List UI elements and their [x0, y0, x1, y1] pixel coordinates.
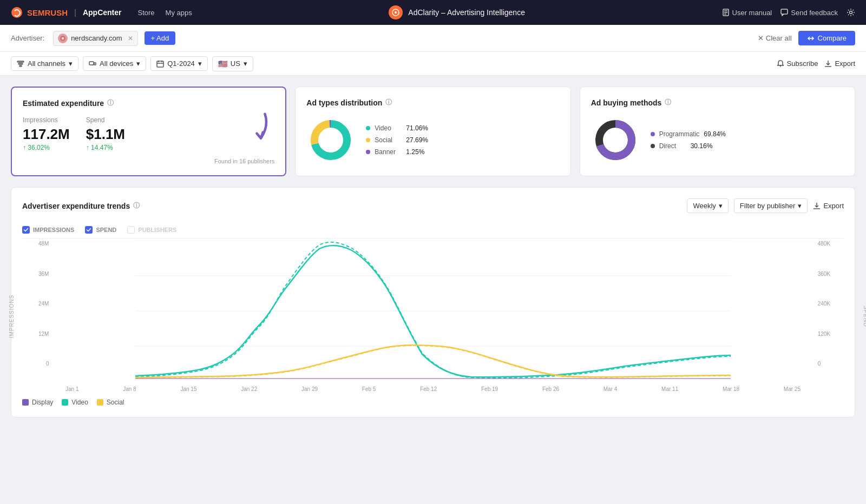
compare-button[interactable]: Compare: [798, 31, 855, 45]
ad-types-legend: Video 71.06% Social 27.69% Banner 1.25%: [366, 124, 428, 156]
impressions-dashed-line: [135, 242, 731, 378]
filter-publisher-control[interactable]: Filter by publisher ▾: [734, 198, 808, 213]
filter-bar: All channels ▾ All devices ▾ Q1-2024 ▾ 🇺…: [0, 52, 866, 76]
svg-rect-15: [94, 63, 96, 65]
spend-up-icon: ↑: [86, 144, 91, 151]
x-axis: Jan 1 Jan 8 Jan 15 Jan 22 Jan 29 Feb 5 F…: [60, 386, 806, 392]
publishers-checkbox[interactable]: [127, 226, 135, 234]
ad-types-card: Ad types distribution ⓘ: [295, 87, 570, 176]
x-feb26: Feb 26: [542, 386, 559, 392]
ad-types-info-icon[interactable]: ⓘ: [385, 98, 392, 107]
region-filter[interactable]: 🇺🇸 US ▾: [212, 56, 253, 71]
legend-item-direct: Direct 30.16%: [651, 142, 726, 150]
expenditure-info-icon[interactable]: ⓘ: [107, 98, 114, 108]
app-title: AdClarity – Advertising Intelligence: [408, 8, 525, 17]
semrush-logo-icon: [11, 6, 23, 18]
chart-legend: IMPRESSIONS SPEND PUBLISHERS: [22, 222, 844, 238]
chart-svg-container: [60, 241, 806, 383]
ad-buying-legend: Programmatic 69.84% Direct 30.16%: [651, 130, 726, 150]
x-jan29: Jan 29: [301, 386, 318, 392]
toolbar-right: ✕ Clear all Compare: [758, 31, 855, 45]
social-label: Social: [375, 136, 402, 144]
check-icon: [23, 227, 29, 233]
trends-info-icon[interactable]: ⓘ: [133, 201, 140, 210]
logo-divider: |: [74, 8, 76, 17]
impressions-checkbox[interactable]: [22, 226, 30, 234]
ad-buying-body: Programmatic 69.84% Direct 30.16%: [591, 116, 844, 164]
svg-point-29: [603, 128, 627, 152]
add-advertiser-button[interactable]: + Add: [145, 31, 176, 45]
legend-publishers[interactable]: PUBLISHERS: [127, 226, 176, 234]
social-legend-box: [97, 399, 103, 406]
svg-point-8: [850, 11, 852, 14]
y-left-12m: 12M: [38, 331, 49, 337]
chart-bottom-legend: Display Video Social: [22, 399, 844, 406]
ad-buying-info-icon[interactable]: ⓘ: [665, 98, 671, 107]
x-feb19: Feb 19: [481, 386, 498, 392]
myapps-link[interactable]: My apps: [166, 9, 192, 17]
direct-label: Direct: [659, 142, 686, 150]
video-label: Video: [375, 124, 402, 132]
export-button-main[interactable]: Export: [824, 59, 855, 68]
spend-checkbox[interactable]: [85, 226, 93, 234]
impressions-stat: Impressions 117.2M ↑ 36.02%: [23, 116, 70, 151]
x-jan1: Jan 1: [65, 386, 78, 392]
y-right-480k: 480K: [818, 241, 830, 247]
devices-filter[interactable]: All devices ▾: [83, 56, 146, 71]
advertiser-label: Advertiser:: [11, 34, 44, 42]
banner-label: Banner: [375, 148, 402, 156]
social-legend-label: Social: [107, 399, 124, 406]
bottom-video: Video: [62, 399, 88, 406]
legend-spend[interactable]: SPEND: [85, 226, 116, 234]
advertiser-remove-button[interactable]: ✕: [128, 35, 133, 42]
svg-rect-16: [157, 61, 163, 67]
x-mar4: Mar 4: [603, 386, 618, 392]
period-filter[interactable]: Q1-2024 ▾: [150, 56, 208, 71]
spend-change: ↑ 14.47%: [86, 144, 125, 151]
chart-wrapper: IMPRESSIONS SPEND 48M 36M 24M 12M 0: [22, 241, 844, 392]
store-link[interactable]: Store: [138, 9, 155, 17]
user-manual-link[interactable]: User manual: [722, 9, 772, 17]
top-navigation: SEMRUSH | AppCenter Store My apps AdClar…: [0, 0, 866, 25]
subscribe-button[interactable]: Subscribe: [777, 59, 818, 68]
brand-logo[interactable]: SEMRUSH | AppCenter: [11, 6, 122, 18]
spend-label: Spend: [86, 116, 125, 124]
period-chevron: ▾: [198, 59, 202, 68]
send-feedback-link[interactable]: Send feedback: [780, 9, 838, 17]
filter-publisher-label: Filter by publisher: [740, 202, 796, 210]
clear-all-button[interactable]: ✕ Clear all: [758, 34, 792, 42]
svg-point-2: [395, 11, 397, 14]
spend-value: $1.1M: [86, 126, 125, 143]
svg-rect-11: [17, 61, 24, 62]
ad-buying-donut: [591, 116, 640, 164]
legend-impressions[interactable]: IMPRESSIONS: [22, 226, 74, 234]
banner-value: 1.25%: [406, 148, 424, 156]
arrow-decoration: [237, 109, 269, 147]
weekly-control[interactable]: Weekly ▾: [687, 198, 728, 213]
bottom-social: Social: [97, 399, 124, 406]
y-label-spend: SPEND: [863, 306, 866, 327]
download-icon: [824, 60, 832, 68]
svg-rect-14: [89, 62, 94, 65]
trends-export-button[interactable]: Export: [813, 202, 844, 210]
advertiser-chip: nerdscandy.com ✕: [53, 31, 137, 46]
region-label: US: [231, 59, 240, 68]
candy-icon: [60, 35, 66, 42]
user-manual-label: User manual: [732, 9, 772, 17]
channels-filter[interactable]: All channels ▾: [11, 56, 78, 71]
trends-export-label: Export: [823, 202, 844, 210]
ad-types-donut: [306, 116, 355, 164]
display-legend-box: [22, 399, 29, 406]
display-legend-label: Display: [32, 399, 53, 406]
topnav-links: Store My apps: [138, 9, 192, 17]
impressions-label: Impressions: [23, 116, 70, 124]
y-label-impressions: IMPRESSIONS: [9, 295, 15, 338]
adclarity-icon: [392, 9, 399, 16]
ad-types-body: Video 71.06% Social 27.69% Banner 1.25%: [306, 116, 559, 164]
advertiser-toolbar: Advertiser: nerdscandy.com ✕ + Add ✕ Cle…: [0, 25, 866, 52]
cards-row: Estimated expenditure ⓘ Impressions 117.…: [11, 87, 855, 176]
settings-link[interactable]: [847, 8, 855, 17]
publishers-legend-label: PUBLISHERS: [138, 227, 176, 233]
subscribe-label: Subscribe: [787, 59, 818, 68]
channels-icon: [17, 60, 24, 68]
